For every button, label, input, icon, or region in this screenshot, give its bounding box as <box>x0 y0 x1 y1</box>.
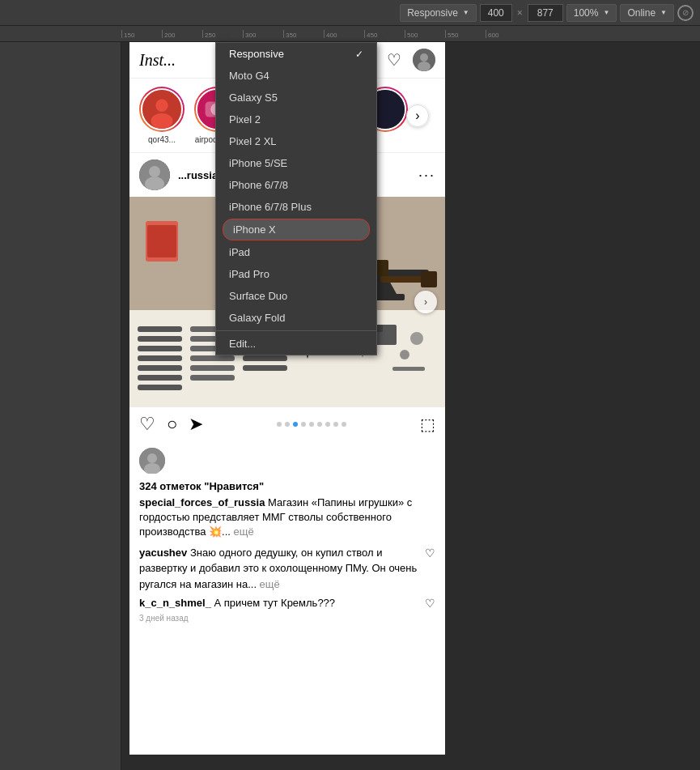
no-throttle-icon: ⊘ <box>677 5 694 21</box>
dropdown-item-galaxy-fold[interactable]: Galaxy Fold <box>216 307 376 329</box>
main-area: Responsive ✓ Moto G4 Galaxy S5 Pixel 2 P… <box>0 42 700 770</box>
comment-username-1: k_c_n_shmel_ <box>139 597 211 609</box>
post-user-info: ...russia <box>178 169 218 181</box>
online-label: Online <box>627 7 655 19</box>
width-input[interactable] <box>480 4 512 22</box>
svg-rect-34 <box>190 375 235 381</box>
svg-rect-27 <box>138 375 182 381</box>
svg-rect-22 <box>138 326 182 332</box>
dot-0 <box>277 422 282 427</box>
dot-8 <box>342 422 346 427</box>
svg-point-18 <box>149 166 160 177</box>
dot-3 <box>301 422 306 427</box>
viewport: Responsive ✓ Moto G4 Galaxy S5 Pixel 2 P… <box>121 42 700 770</box>
comment-more-0[interactable]: ещё <box>260 578 280 590</box>
like-btn[interactable]: ♡ <box>139 414 155 435</box>
dropdown-item-iphone-678[interactable]: iPhone 6/7/8 <box>216 174 376 196</box>
story-label-0: qor43... <box>148 135 176 144</box>
dropdown-item-pixel-2-label: Pixel 2 <box>229 113 261 125</box>
comment-like-btn-0[interactable]: ♡ <box>418 545 435 562</box>
dropdown-item-edit[interactable]: Edit... <box>216 333 376 355</box>
dropdown-item-iphone-678-plus[interactable]: iPhone 6/7/8 Plus <box>216 196 376 218</box>
dimension-separator: × <box>517 7 523 19</box>
dropdown-menu: Responsive ✓ Moto G4 Galaxy S5 Pixel 2 P… <box>215 42 377 355</box>
comment-text-1: k_c_n_shmel_ А причем тут Кремль??? <box>139 595 418 611</box>
svg-point-5 <box>151 113 173 129</box>
post-time: 3 дней назад <box>129 614 445 627</box>
user-avatar[interactable] <box>413 49 435 71</box>
zoom-btn[interactable]: 100% ▼ <box>566 4 617 22</box>
height-input[interactable] <box>528 4 563 22</box>
avatar-image <box>413 49 435 71</box>
svg-rect-56 <box>392 367 425 371</box>
dropdown-item-iphone-x-label: iPhone X <box>233 223 276 236</box>
post-action-icons: ♡ ○ ➤ <box>139 414 203 435</box>
dropdown-divider <box>216 330 376 331</box>
dropdown-item-ipad-pro[interactable]: iPad Pro <box>216 263 376 285</box>
dropdown-item-responsive[interactable]: Responsive ✓ <box>216 43 376 65</box>
svg-rect-39 <box>243 365 287 371</box>
svg-point-1 <box>420 53 428 62</box>
post-author-avatar <box>139 448 165 474</box>
bookmark-btn[interactable]: ⬚ <box>420 415 435 434</box>
comment-body-1: А причем тут Кремль??? <box>214 597 336 609</box>
ruler: 150 200 250 300 350 400 450 500 550 600 <box>0 26 700 42</box>
svg-point-4 <box>155 100 168 112</box>
dropdown-item-galaxy-s5[interactable]: Galaxy S5 <box>216 87 376 108</box>
dropdown-item-pixel-2[interactable]: Pixel 2 <box>216 108 376 130</box>
comment-btn[interactable]: ○ <box>167 414 177 435</box>
dropdown-item-surface-duo[interactable]: Surface Duo <box>216 285 376 307</box>
dropdown-item-surface-duo-label: Surface Duo <box>229 290 287 302</box>
post-next-btn[interactable]: › <box>414 291 437 313</box>
comment-0: yacushev Знаю одного дедушку, он купил с… <box>129 543 445 594</box>
dropdown-item-ipad[interactable]: iPad <box>216 241 376 263</box>
svg-point-60 <box>147 453 157 463</box>
post-avatar[interactable] <box>139 160 170 190</box>
heart-icon[interactable]: ♡ <box>387 50 401 70</box>
dropdown-item-iphone-678-label: iPhone 6/7/8 <box>229 179 288 191</box>
dropdown-item-pixel-2-xl[interactable]: Pixel 2 XL <box>216 130 376 152</box>
toolbar: Responsive ▼ × 100% ▼ Online ▼ ⊘ <box>0 0 700 26</box>
caret-icon: ▼ <box>463 9 469 16</box>
svg-rect-58 <box>147 225 176 257</box>
post-author-row <box>129 441 445 480</box>
comment-username-0: yacushev <box>139 547 187 559</box>
story-ring-0 <box>139 87 185 132</box>
responsive-dropdown-btn[interactable]: Responsive ▼ <box>400 4 477 22</box>
svg-rect-24 <box>138 346 182 351</box>
svg-rect-25 <box>138 355 182 361</box>
story-item-0[interactable]: qor43... <box>139 87 185 144</box>
svg-point-55 <box>400 350 409 359</box>
dropdown-item-iphone-5se[interactable]: iPhone 5/SE <box>216 152 376 174</box>
comment-like-btn-1[interactable]: ♡ <box>418 595 435 612</box>
post-more-btn[interactable]: ··· <box>418 167 435 184</box>
caption-more[interactable]: ещё <box>234 525 254 538</box>
online-btn[interactable]: Online ▼ <box>620 4 674 22</box>
svg-rect-32 <box>190 355 235 361</box>
dropdown-item-moto-g4[interactable]: Moto G4 <box>216 65 376 87</box>
story-avatar-0 <box>141 88 183 130</box>
svg-rect-28 <box>138 385 182 390</box>
post-likes: 324 отметок "Нравится" <box>129 480 445 496</box>
svg-rect-45 <box>421 271 437 287</box>
dot-5 <box>317 422 322 427</box>
stories-next-btn[interactable]: › <box>406 104 429 127</box>
dropdown-item-iphone-5se-label: iPhone 5/SE <box>229 157 287 169</box>
post-dots <box>203 422 420 427</box>
comment-1: k_c_n_shmel_ А причем тут Кремль??? ♡ <box>129 593 445 614</box>
svg-rect-33 <box>190 365 235 371</box>
dropdown-item-ipad-label: iPad <box>229 246 250 258</box>
dropdown-item-moto-g4-label: Moto G4 <box>229 70 269 82</box>
dropdown-item-pixel-2-xl-label: Pixel 2 XL <box>229 135 277 147</box>
svg-point-54 <box>410 332 423 345</box>
dropdown-item-iphone-x[interactable]: iPhone X <box>223 219 370 240</box>
svg-rect-26 <box>138 365 182 371</box>
dropdown-item-galaxy-fold-label: Galaxy Fold <box>229 312 285 324</box>
share-btn[interactable]: ➤ <box>189 414 203 435</box>
dot-2 <box>293 422 298 427</box>
svg-point-2 <box>418 62 431 71</box>
comment-text-0: yacushev Знаю одного дедушку, он купил с… <box>139 545 418 593</box>
online-caret-icon: ▼ <box>660 9 667 16</box>
responsive-label: Responsive <box>407 7 458 19</box>
check-icon: ✓ <box>355 49 363 60</box>
